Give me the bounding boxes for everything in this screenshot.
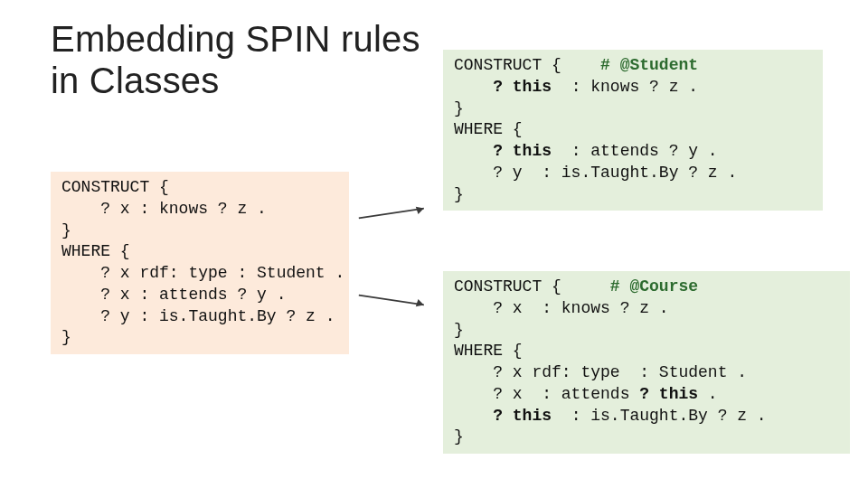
code-line: ? x rdf: type : Student . <box>61 264 344 282</box>
code-line <box>454 142 493 160</box>
code-line: ? y : is.Taught.By ? z . <box>454 164 737 182</box>
code-line: ? y : is.Taught.By ? z . <box>61 307 335 325</box>
code-line: } <box>61 328 71 346</box>
code-line: } <box>61 221 71 239</box>
code-line: } <box>454 99 464 117</box>
code-line: ? x : knows ? z . <box>61 200 267 218</box>
code-line: } <box>454 185 464 203</box>
code-line: ? x : attends ? y . <box>61 286 286 304</box>
code-line: : knows ? z . <box>552 78 698 96</box>
code-line: WHERE { <box>454 342 523 360</box>
slide: Embedding SPIN rules in Classes CONSTRUC… <box>0 0 868 488</box>
this-keyword: ? this <box>493 407 552 425</box>
code-line: ? x rdf: type : Student . <box>454 363 747 381</box>
code-line: . <box>698 385 718 403</box>
code-block-original: CONSTRUCT { ? x : knows ? z . } WHERE { … <box>51 172 349 354</box>
svg-line-0 <box>359 209 424 219</box>
arrow-icon <box>357 204 439 222</box>
code-block-student: CONSTRUCT { # @Student ? this : knows ? … <box>443 50 823 211</box>
code-line <box>454 78 493 96</box>
code-line: } <box>454 321 464 339</box>
this-keyword: ? this <box>493 142 552 160</box>
annotation-student: # @Student <box>600 56 698 74</box>
code-line: ? x : knows ? z . <box>454 299 669 317</box>
code-line <box>454 407 493 425</box>
title-line-1: Embedding SPIN rules <box>51 19 420 59</box>
code-line: WHERE { <box>454 120 523 138</box>
code-line: : is.Taught.By ? z . <box>552 407 767 425</box>
code-block-course: CONSTRUCT { # @Course ? x : knows ? z . … <box>443 271 850 454</box>
code-line: CONSTRUCT { <box>454 56 561 74</box>
page-title: Embedding SPIN rules in Classes <box>51 18 420 101</box>
code-line: : attends ? y . <box>552 142 718 160</box>
annotation-course: # @Course <box>610 277 698 296</box>
code-line: CONSTRUCT { <box>454 277 561 296</box>
code-line: } <box>454 427 464 446</box>
arrow-icon <box>357 291 439 309</box>
this-keyword: ? this <box>639 385 698 403</box>
this-keyword: ? this <box>493 78 552 96</box>
code-line: WHERE { <box>61 242 130 260</box>
code-line: CONSTRUCT { <box>61 178 169 196</box>
title-line-2: in Classes <box>51 61 220 100</box>
svg-line-2 <box>359 296 424 305</box>
code-line: ? x : attends <box>454 385 639 403</box>
